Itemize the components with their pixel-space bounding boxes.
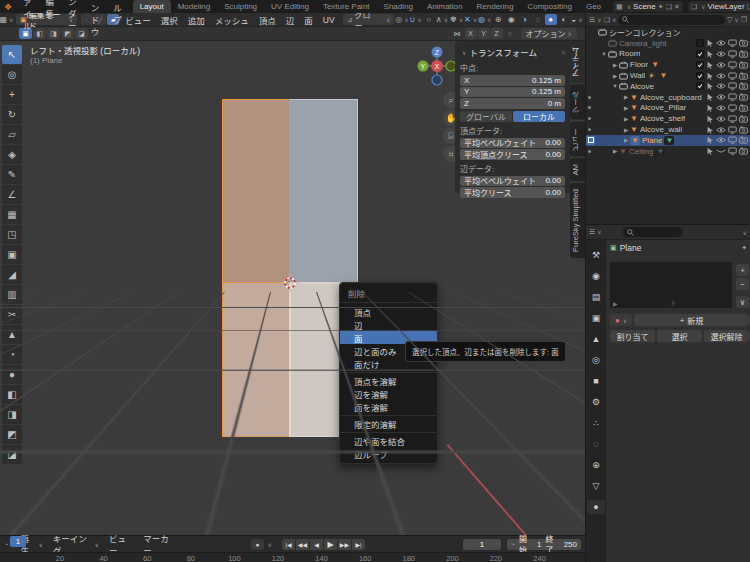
tool-button[interactable]: ◪ (2, 445, 22, 464)
disable-viewport-icon[interactable] (728, 93, 737, 101)
auto-key-options-icon[interactable]: ∨ (268, 541, 272, 548)
context-menu-item[interactable]: 辺 (340, 318, 437, 331)
navigation-gizmo[interactable]: Z Y X (416, 44, 458, 90)
topbar-menu-item[interactable]: ファイル (16, 0, 39, 31)
properties-tab[interactable]: ▲ (587, 332, 605, 346)
outliner-row[interactable]: ▶ Wall ☀ ▼ (586, 70, 750, 81)
expand-arrow-icon[interactable]: ▼ (611, 83, 619, 89)
tool-button[interactable]: ▲ (2, 325, 22, 344)
context-menu-item[interactable]: 辺ループ (340, 447, 437, 460)
expand-arrow-icon[interactable]: ▼ (600, 51, 608, 57)
tool-button[interactable]: ▱ (2, 125, 22, 144)
scene-collection-row[interactable]: シーンコレクション (586, 27, 750, 38)
jump-to-end-button[interactable]: ▶| (352, 539, 365, 550)
outliner-row[interactable]: ▶ ▼ Plane ▼ (586, 135, 750, 146)
selectable-icon[interactable] (706, 136, 714, 144)
browse-material-dropdown[interactable]: ● ∨ (610, 314, 632, 326)
select-button[interactable]: 選択 (657, 330, 702, 342)
disable-viewport-icon[interactable] (728, 126, 737, 134)
viewport-menu-item[interactable]: 選択 (156, 14, 183, 26)
selectable-icon[interactable] (706, 39, 714, 47)
checkbox-unchecked-icon[interactable] (696, 39, 704, 47)
median-field[interactable]: X0.125 m (460, 75, 565, 86)
selectable-icon[interactable] (706, 126, 714, 134)
mirror-icon[interactable]: ⋈ (451, 28, 464, 39)
editor-type-icon[interactable]: ▦∨ (0, 14, 13, 25)
outliner-search-input[interactable] (618, 15, 725, 25)
outliner-row[interactable]: ▶ Floor ▼ (586, 59, 750, 70)
edge-data-field[interactable]: 平均クリース0.00 (460, 187, 565, 198)
viewport-menu-item[interactable]: 面 (299, 14, 318, 26)
outliner-row[interactable]: Camera_light (586, 38, 750, 49)
viewport-menu-item[interactable]: UV (318, 15, 340, 25)
expand-arrow-icon[interactable]: ▶ (611, 73, 619, 79)
hide-eye-icon[interactable] (716, 93, 726, 101)
properties-editor-icon[interactable]: ☰∨ (589, 228, 602, 236)
slot-expand-icon[interactable]: ▶ (613, 300, 618, 307)
expand-arrow-icon[interactable]: ▶ (611, 62, 619, 68)
local-button[interactable]: ローカル (513, 111, 565, 122)
sidebar-tab[interactable]: ツール (570, 85, 585, 120)
properties-tab[interactable]: ◉ (587, 269, 605, 283)
checkbox-checked-icon[interactable] (696, 72, 704, 80)
expand-arrow-icon[interactable]: ▶ (622, 127, 630, 133)
expand-arrow-icon[interactable]: ▶ (622, 137, 630, 143)
shading-material-icon[interactable]: ◐ (558, 14, 570, 25)
show-gizmo-icon[interactable]: ⊕ (492, 14, 504, 25)
hide-eye-icon[interactable] (716, 104, 726, 112)
snap-target-icon[interactable]: ✕∨ (464, 14, 477, 25)
selectable-icon[interactable] (706, 72, 714, 80)
outliner-row[interactable]: ▶ ▼ Alcove_shelf (586, 113, 750, 124)
workspace-tab[interactable]: Rendering (470, 0, 521, 13)
disable-viewport-icon[interactable] (728, 115, 737, 123)
disable-render-icon[interactable] (739, 39, 748, 47)
properties-tab[interactable]: ⚒ (587, 248, 605, 262)
tool-button[interactable]: ◎ (2, 65, 22, 84)
median-field[interactable]: Z0 m (460, 98, 565, 109)
new-collection-icon[interactable]: ❐ (741, 16, 747, 24)
outliner-row[interactable]: ▶ ▼ Alcove_cupboard (586, 92, 750, 103)
collapse-icon[interactable]: ∨ (462, 49, 466, 56)
blender-logo-icon[interactable]: ❖ (0, 2, 16, 12)
tool-button[interactable]: ▦ (2, 205, 22, 224)
snap-magnet-icon[interactable]: ∪∨ (409, 14, 421, 25)
disable-viewport-icon[interactable] (728, 136, 737, 144)
properties-tab[interactable]: ▤ (587, 290, 605, 304)
view-object-types-icon[interactable]: ✾∨ (450, 14, 463, 25)
tool-button[interactable]: ◈ (2, 145, 22, 164)
grip-icon[interactable]: ≡ (561, 49, 565, 56)
viewport-menu-item[interactable]: 追加 (183, 14, 210, 26)
checkbox-checked-icon[interactable] (696, 82, 704, 90)
mirror-axis-button[interactable]: Y (478, 28, 490, 39)
disable-render-icon[interactable] (739, 147, 748, 155)
vertex-data-field[interactable]: 平均頂点クリース0.00 (460, 149, 565, 160)
hide-eye-icon[interactable] (716, 50, 726, 58)
new-material-button[interactable]: + 新規 (634, 314, 749, 326)
proportional-sphere-icon[interactable]: ◍∨ (478, 14, 491, 25)
outliner-editor-icon[interactable]: ☰∨ (589, 16, 602, 24)
properties-tab[interactable]: ● (587, 500, 605, 514)
expand-arrow-icon[interactable]: ▶ (622, 105, 630, 111)
shading-wireframe-icon[interactable]: ◌ (531, 14, 543, 25)
context-menu-item[interactable]: 面を溶解 (340, 400, 437, 413)
selectable-icon[interactable] (706, 82, 714, 90)
properties-tab[interactable]: ∴ (587, 416, 605, 430)
outliner-row[interactable]: ▶ ▼ Alcove_wall (586, 124, 750, 135)
disable-render-icon[interactable] (739, 93, 748, 101)
plane-object[interactable] (222, 99, 358, 437)
tool-button[interactable]: ▣ (2, 245, 22, 264)
tool-button[interactable]: ▥ (2, 285, 22, 304)
falloff-icon[interactable]: ∧∨ (436, 14, 448, 25)
selectable-icon[interactable] (706, 115, 714, 123)
pivot-point-icon[interactable]: ◎∨ (395, 14, 408, 25)
properties-tab[interactable]: ▣ (587, 311, 605, 325)
tool-button[interactable]: ↻ (2, 105, 22, 124)
outliner-row[interactable]: ▶ ▼ Alcove_Pillar (586, 103, 750, 114)
display-mode-icon[interactable]: ❏∨ (604, 16, 617, 24)
copy-scene-icon[interactable]: ❏ (666, 3, 672, 11)
workspace-tab[interactable]: Modeling (171, 0, 217, 13)
checkbox-checked-icon[interactable] (696, 50, 704, 58)
tool-button[interactable]: ✎ (2, 165, 22, 184)
properties-tab[interactable]: ⚙ (587, 395, 605, 409)
shading-rendered-icon[interactable]: ◒∨ (571, 14, 583, 25)
